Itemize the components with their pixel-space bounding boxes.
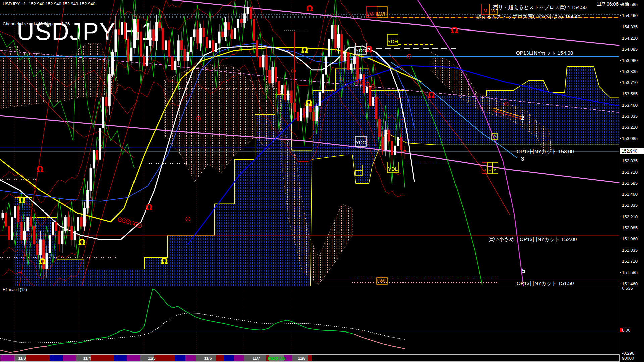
chart-label-box-LWH: LWH bbox=[377, 7, 387, 18]
price-tick: 154.085 bbox=[622, 47, 638, 52]
svg-text:YDH: YDH bbox=[387, 39, 398, 44]
chart-label-box-LMH: LMH bbox=[366, 7, 377, 18]
price-tick: 151.835 bbox=[622, 247, 638, 252]
current-price-badge: 152.940 bbox=[620, 148, 644, 154]
loop-marker-red: Ω bbox=[366, 44, 372, 54]
price-tick: 153.710 bbox=[622, 80, 638, 85]
price-tick: 152.835 bbox=[622, 158, 638, 163]
chart-label-box-W: W bbox=[487, 163, 493, 173]
date-label: 11/3 bbox=[18, 356, 26, 361]
annotation-text: 2 bbox=[521, 115, 524, 121]
price-tick: 152.460 bbox=[622, 192, 638, 197]
macd-tick: -0.296 bbox=[622, 351, 634, 356]
price-chart-canvas[interactable]: ΩΩΩΩΩΩΩΩΩΩΩΩLMHLWHMWYDOYDHYDCYDLDMWDLWL売… bbox=[0, 0, 620, 362]
chart-label-box-YDH: YDH bbox=[387, 34, 398, 45]
chart-label-box-M: M bbox=[481, 4, 489, 14]
trading-chart-window: ΩΩΩΩΩΩΩΩΩΩΩΩLMHLWHMWYDOYDHYDCYDLDMWDLWL売… bbox=[0, 0, 644, 362]
annotation-text: OP13日NYカット 153.00 bbox=[517, 148, 574, 154]
date-label: 11/4 bbox=[83, 356, 91, 361]
price-tick: 152.210 bbox=[622, 214, 638, 219]
price-tick: 151.585 bbox=[622, 270, 638, 275]
svg-text:W: W bbox=[489, 169, 492, 172]
update-time-label: 11/7 06:06 更新 bbox=[597, 1, 629, 7]
date-bar[interactable]: 11/311/411/511/611/7macd ON11/8 bbox=[0, 355, 619, 362]
svg-text:YDC: YDC bbox=[356, 140, 366, 145]
price-tick: 152.085 bbox=[622, 225, 638, 230]
annotation-text: 超えるとストップロス買いやや小さめ 154.40 bbox=[476, 14, 580, 19]
svg-text:D: D bbox=[493, 134, 496, 138]
loop-marker-yellow: Ω bbox=[78, 238, 85, 247]
annotation-text: 売り・超えるとストップロス買い 154.50 bbox=[493, 4, 587, 10]
annotation-text: 買い小さめ、OP13日NYカット 152.00 bbox=[489, 236, 577, 242]
date-label: macd ON bbox=[268, 356, 286, 361]
price-tick: 153.835 bbox=[622, 69, 638, 74]
loop-marker-red: Ω bbox=[428, 90, 435, 100]
price-tick: 153.085 bbox=[622, 136, 638, 141]
loop-marker-red: Ω bbox=[37, 165, 43, 174]
price-tick: 152.585 bbox=[622, 180, 638, 185]
svg-text:LWL: LWL bbox=[377, 278, 387, 283]
price-tick: 154.460 bbox=[622, 13, 638, 18]
macd-line-pink bbox=[0, 346, 47, 352]
loop-marker-yellow: Ω bbox=[19, 196, 25, 205]
svg-text:YDL: YDL bbox=[388, 166, 398, 172]
loop-marker-red: Ω bbox=[306, 4, 313, 13]
loop-marker-yellow: Ω bbox=[305, 98, 312, 108]
price-tick: 153.460 bbox=[622, 102, 638, 107]
date-label: 11/5 bbox=[148, 356, 156, 361]
loop-marker-red: Ω bbox=[451, 26, 458, 35]
loop-marker-yellow: Ω bbox=[39, 257, 46, 266]
price-tick: 154.210 bbox=[622, 35, 638, 40]
loop-marker-yellow: Ω bbox=[301, 45, 308, 55]
annotation-text: OP13日NYカット 154.00 bbox=[516, 50, 573, 56]
macd-signal-line bbox=[0, 313, 404, 343]
macd-tick: 90000 bbox=[622, 356, 634, 361]
date-label: 11/6 bbox=[204, 356, 212, 361]
chart-label-box-LWL: LWL bbox=[377, 278, 387, 284]
svg-text:YDO: YDO bbox=[355, 48, 366, 53]
chart-label-box-YDO: YDO bbox=[355, 43, 366, 54]
annotation-text: 5 bbox=[522, 268, 525, 274]
loop-marker-yellow: Ω bbox=[161, 256, 168, 266]
macd-line-pink bbox=[354, 334, 404, 349]
macd-tick: 0.536 bbox=[622, 286, 633, 291]
chart-label-box-M: M bbox=[482, 163, 487, 173]
macd-tick: 0.00 bbox=[622, 328, 630, 333]
price-tick: 151.710 bbox=[622, 258, 638, 263]
macd-pane-label: H1 macd (12) bbox=[3, 287, 27, 292]
price-tick: 153.960 bbox=[622, 58, 638, 63]
symbol-ohlc-line: USDJPY,H1 152.940 152.940 152.940 152.94… bbox=[3, 1, 95, 6]
annotation-text: 3 bbox=[521, 156, 524, 162]
channel-info-label: Channel size = 1446 Slope = -3.26 bbox=[3, 21, 70, 26]
svg-text:M: M bbox=[483, 169, 486, 172]
svg-text:D: D bbox=[494, 169, 496, 172]
date-label: 11/8 bbox=[298, 356, 306, 361]
chart-label-box-YDL: YDL bbox=[387, 162, 398, 173]
loop-marker-red: Ω bbox=[146, 203, 152, 212]
price-tick: 153.210 bbox=[622, 125, 638, 130]
date-label: 11/7 bbox=[253, 356, 260, 361]
svg-text:LWH: LWH bbox=[377, 11, 387, 17]
svg-text:M: M bbox=[484, 8, 487, 13]
price-tick: 153.335 bbox=[622, 114, 638, 119]
price-tick: 152.335 bbox=[622, 203, 638, 208]
annotation-text: OP13日NYカット 151.50 bbox=[517, 280, 574, 286]
price-tick: 154.335 bbox=[622, 24, 638, 29]
price-tick: 152.710 bbox=[622, 169, 638, 174]
price-axis[interactable]: 152.940 154.585154.460154.335154.210154.… bbox=[620, 0, 644, 362]
svg-text:LMH: LMH bbox=[366, 11, 377, 17]
price-tick: 151.960 bbox=[622, 236, 638, 241]
price-tick: 153.585 bbox=[622, 91, 638, 96]
macd-line bbox=[0, 289, 404, 353]
